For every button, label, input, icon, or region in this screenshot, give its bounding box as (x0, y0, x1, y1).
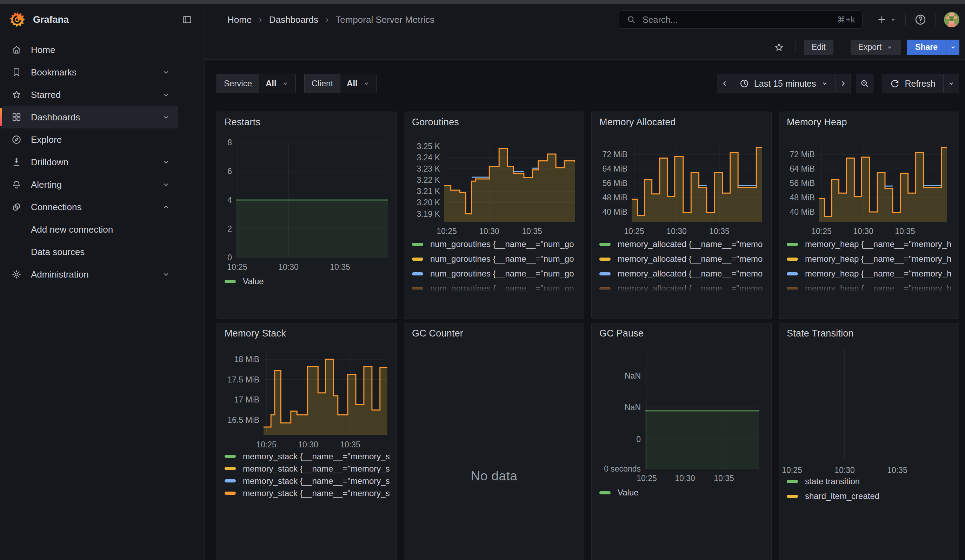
refresh-button[interactable]: Refresh (882, 73, 944, 93)
sidebar-item-connections[interactable]: Connections (2, 196, 178, 218)
sidebar-item-data-sources[interactable]: Data sources (2, 241, 178, 263)
bookmark-icon (11, 67, 22, 78)
client-filter-value[interactable]: All (340, 74, 376, 93)
legend-item[interactable]: num_goroutines {__name__="num_go (412, 266, 582, 281)
sidebar-item-administration[interactable]: Administration (2, 263, 178, 286)
sidebar-item-dashboards[interactable]: Dashboards (2, 106, 178, 129)
divider (795, 41, 795, 53)
legend-item[interactable]: memory_stack {__name__="memory_s (224, 450, 394, 462)
y-axis-tick: 64 MiB (790, 164, 815, 174)
sidebar-item-home[interactable]: Home (2, 39, 178, 61)
breadcrumb-dashboards[interactable]: Dashboards (269, 15, 318, 25)
plug-icon (11, 202, 22, 212)
legend-item[interactable]: Value (224, 274, 394, 289)
sidebar-item-alerting[interactable]: Alerting (2, 173, 178, 196)
time-range-button[interactable]: Last 15 minutes (732, 73, 836, 93)
search-icon (626, 15, 636, 24)
legend-item[interactable]: memory_heap {__name__="memory_h (787, 251, 957, 266)
x-axis-tick: 10:30 (267, 263, 309, 272)
chevron-down-icon (162, 270, 170, 279)
panel-memory-stack: Memory Stack16.5 MiB17 MiB17.5 MiB18 MiB… (216, 323, 397, 560)
client-filter[interactable]: Client All (304, 73, 377, 93)
chevron-down-icon (947, 80, 955, 87)
help-button[interactable] (914, 13, 927, 26)
chart-memory-heap (819, 143, 947, 222)
dock-sidebar-button[interactable] (180, 13, 194, 27)
search-shortcut: ⌘+k (837, 15, 855, 24)
legend-item[interactable]: memory_heap {__name__="memory_h (787, 237, 957, 251)
search-box[interactable]: ⌘+k (619, 11, 862, 29)
y-axis-tick: 72 MiB (602, 149, 627, 159)
service-filter-value[interactable]: All (259, 74, 296, 93)
legend-item[interactable]: memory_stack {__name__="memory_s (224, 462, 394, 475)
panel-title[interactable]: Goroutines (412, 117, 459, 128)
legend-item[interactable]: Value (599, 485, 769, 500)
legend-item[interactable]: memory_allocated {__name__="memo (599, 251, 769, 266)
share-button[interactable]: Share (907, 40, 946, 55)
zoom-out-button[interactable] (856, 73, 873, 93)
panel-title[interactable]: Memory Allocated (599, 117, 676, 128)
legend-item[interactable]: num_goroutines {__name__="num_go (412, 237, 582, 251)
legend-item[interactable]: memory_stack {__name__="memory_s (224, 487, 394, 499)
share-dropdown-button[interactable] (946, 40, 959, 55)
legend-item[interactable]: memory_heap {__name__="memory_h (787, 266, 957, 281)
panel-title[interactable]: Memory Stack (224, 328, 286, 339)
gear-icon (11, 269, 22, 280)
x-axis-tick: 10:35 (876, 465, 918, 475)
panel-title[interactable]: GC Pause (599, 328, 644, 339)
y-axis-tick: 3.20 K (417, 198, 440, 207)
sidebar-item-drilldown[interactable]: Drilldown (2, 151, 178, 173)
sidebar-item-add-new-connection[interactable]: Add new connection (2, 218, 178, 241)
legend-item[interactable]: memory_allocated {__name__="memo (599, 237, 769, 251)
client-filter-label: Client (304, 74, 340, 93)
legend-swatch (224, 479, 236, 482)
panel-title[interactable]: Restarts (224, 117, 260, 128)
legend-swatch (412, 258, 423, 261)
chart-memory-stack (263, 351, 388, 435)
divider (905, 13, 906, 26)
chart-memory-allocated (631, 143, 762, 222)
sidebar-item-starred[interactable]: Starred (2, 83, 178, 106)
x-axis-tick: 10:25 (245, 440, 288, 449)
search-input[interactable] (642, 15, 837, 25)
add-new-button[interactable] (877, 15, 897, 25)
panel-title[interactable]: GC Counter (412, 328, 463, 339)
y-axis-tick: 3.22 K (417, 175, 440, 185)
chart-state-transition (783, 347, 956, 461)
legend-item[interactable]: state transition (787, 474, 957, 489)
legend: num_goroutines {__name__="num_gonum_goro… (412, 237, 582, 292)
y-axis-tick: 3.25 K (417, 141, 440, 151)
time-shift-forward-button[interactable] (836, 73, 851, 93)
refresh-interval-button[interactable] (944, 73, 959, 93)
legend-item[interactable]: memory_allocated {__name__="memo (599, 281, 769, 292)
legend-swatch (412, 243, 423, 246)
export-button[interactable]: Export (851, 40, 901, 55)
user-avatar[interactable] (944, 12, 959, 28)
time-shift-back-button[interactable] (717, 73, 732, 93)
panel-title[interactable]: Memory Heap (787, 117, 847, 128)
legend-item[interactable]: memory_allocated {__name__="memo (599, 266, 769, 281)
edit-button[interactable]: Edit (804, 40, 833, 55)
legend: Value (599, 485, 769, 500)
legend-swatch (787, 258, 798, 261)
legend-item[interactable]: num_goroutines {__name__="num_go (412, 281, 582, 292)
sidebar-item-bookmarks[interactable]: Bookmarks (2, 61, 178, 83)
legend-item[interactable]: shard_item_created (787, 489, 957, 503)
panel-grid: Restarts0246810:2510:3010:35ValueGorouti… (216, 112, 959, 560)
chart-goroutines (444, 143, 575, 222)
dashboard-toolbar: Edit Export Share (205, 35, 965, 60)
legend-item[interactable]: num_goroutines {__name__="num_go (412, 251, 582, 266)
favorite-star-button[interactable] (771, 40, 787, 55)
service-filter[interactable]: Service All (216, 73, 296, 93)
panel-title[interactable]: State Transition (787, 328, 854, 339)
sidebar-item-explore[interactable]: Explore (2, 129, 178, 151)
breadcrumb-home[interactable]: Home (227, 15, 252, 25)
legend-swatch (224, 280, 236, 283)
x-axis-tick: 10:30 (287, 440, 329, 449)
legend-item[interactable]: memory_heap {__name__="memory_h (787, 281, 957, 292)
compass-icon (11, 134, 22, 145)
x-axis-tick: 10:25 (426, 227, 468, 236)
y-axis-tick: 3.21 K (417, 186, 440, 196)
legend-item[interactable]: memory_stack {__name__="memory_s (224, 475, 394, 487)
chevron-down-icon (821, 80, 829, 87)
